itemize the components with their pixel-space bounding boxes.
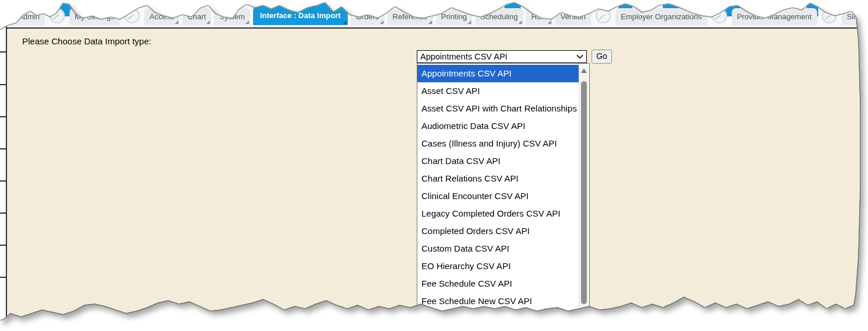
ruler-tick: [0, 51, 6, 53]
tab-printing[interactable]: Printing: [436, 8, 472, 25]
dropdown-option[interactable]: Asset CSV API with Chart Relationships: [417, 100, 579, 117]
tab-admin[interactable]: Admin: [13, 8, 45, 25]
dropdown-option[interactable]: Chart Relations CSV API: [417, 170, 579, 187]
tab-label: Provider Management: [737, 12, 812, 21]
dropdown-option[interactable]: Legacy Completed Orders CSV API: [417, 205, 579, 222]
dropdown-option[interactable]: Clinical Encounter CSV API: [417, 187, 579, 205]
tab-label: Chart: [188, 12, 206, 21]
dropdown-option[interactable]: Asset CSV API: [417, 82, 579, 100]
tab-menu-arrow-icon: [468, 20, 471, 24]
tab-menu-arrow-icon: [428, 20, 432, 24]
tab-menu-arrow-icon: [245, 20, 249, 24]
tab-scheduling[interactable]: Scheduling: [475, 8, 523, 25]
dropdown-option[interactable]: Custom Data CSV API: [417, 240, 579, 257]
clock-icon[interactable]: [712, 8, 727, 23]
tab-chart[interactable]: Chart: [182, 8, 212, 25]
clock-icon[interactable]: [125, 8, 140, 23]
data-import-type-listbox: Appointments CSV API Asset CSV API Asset…: [417, 63, 590, 318]
tab-orders[interactable]: Orders: [351, 8, 385, 25]
clock-icon[interactable]: [596, 8, 611, 23]
tab-hsp[interactable]: HSP: [526, 8, 552, 25]
left-page-edge: [0, 22, 7, 331]
tab-bar: Admin My Settings Access Chart System In…: [0, 0, 868, 27]
torn-page: Admin My Settings Access Chart System In…: [0, 0, 868, 331]
tab-employer-organizations[interactable]: Employer Organizations: [615, 8, 707, 25]
dropdown-option[interactable]: Cases (Illness and Injury) CSV API: [417, 135, 579, 152]
tab-label: Printing: [441, 12, 467, 21]
tab-menu-arrow-icon: [548, 20, 551, 24]
ruler-tick: [0, 212, 6, 214]
tab-label: Scheduling: [480, 12, 518, 21]
tab-menu-arrow-icon: [518, 20, 522, 24]
tab-interface-data-import[interactable]: Interface : Data Import: [253, 6, 348, 25]
torn-paper-shadow: Admin My Settings Access Chart System In…: [0, 0, 868, 331]
tab-label: Version: [561, 12, 586, 21]
dropdown-option[interactable]: Appointments CSV API: [417, 65, 579, 82]
tab-access[interactable]: Access: [144, 8, 179, 25]
tab-label: Interface : Data Import: [260, 11, 341, 20]
tab-label: Access: [150, 12, 174, 21]
clock-icon[interactable]: [50, 8, 65, 23]
dropdown-option[interactable]: Audiometric Data CSV API: [417, 117, 579, 135]
dropdown-option[interactable]: Fee Schedule New CSV API: [417, 292, 579, 310]
data-import-type-select[interactable]: Appointments CSV API: [417, 50, 587, 63]
tab-provider-management[interactable]: Provider Management: [732, 8, 817, 25]
tab-menu-arrow-icon: [343, 20, 347, 24]
tab-menu-arrow-icon: [175, 20, 178, 24]
listbox-scrollbar[interactable]: [579, 64, 589, 317]
option-list: Appointments CSV API Asset CSV API Asset…: [417, 64, 579, 317]
tab-label: HSP: [531, 12, 547, 21]
tab-similar-exposure[interactable]: Similar Exposure: [842, 8, 868, 25]
tab-version[interactable]: Version: [555, 8, 591, 25]
dropdown-option[interactable]: Completed Orders CSV API: [417, 222, 579, 240]
tab-label: Similar Exposure: [847, 12, 868, 21]
screenshot-canvas: Admin My Settings Access Chart System In…: [0, 0, 868, 331]
tab-menu-arrow-icon: [380, 20, 383, 24]
tab-menu-arrow-icon: [206, 20, 210, 24]
tab-label: System: [219, 12, 244, 21]
dropdown-option[interactable]: Chart Data CSV API: [417, 152, 579, 170]
ruler-tick: [0, 277, 6, 278]
dropdown-option[interactable]: Fee Schedule CSV API: [417, 275, 579, 292]
tab-label: Employer Organizations: [621, 12, 702, 21]
prompt-label: Please Choose Data Import type:: [22, 36, 151, 46]
tab-label: Admin: [18, 12, 40, 21]
tab-label: My Settings: [75, 12, 115, 21]
chevron-down-icon: [576, 54, 583, 59]
tab-system[interactable]: System: [214, 8, 250, 25]
tab-label: Reference: [393, 12, 428, 21]
scrollbar-thumb[interactable]: [581, 81, 587, 304]
ruler-tick: [0, 245, 6, 246]
tab-label: Orders: [356, 12, 379, 21]
right-page-curl: [862, 20, 868, 318]
ruler-tick: [0, 116, 6, 117]
select-value: Appointments CSV API: [420, 52, 576, 61]
ruler-tick: [0, 84, 6, 85]
clock-icon[interactable]: [822, 8, 837, 23]
ruler-tick: [0, 148, 6, 149]
tab-reference[interactable]: Reference: [388, 8, 433, 25]
ruler-tick: [0, 180, 6, 182]
scroll-up-icon[interactable]: [581, 68, 587, 73]
tab-strip: Admin My Settings Access Chart System In…: [13, 4, 868, 25]
dropdown-option[interactable]: EO Hierarchy CSV API: [417, 257, 579, 275]
tab-my-settings[interactable]: My Settings: [70, 8, 120, 25]
go-button[interactable]: Go: [592, 50, 612, 64]
